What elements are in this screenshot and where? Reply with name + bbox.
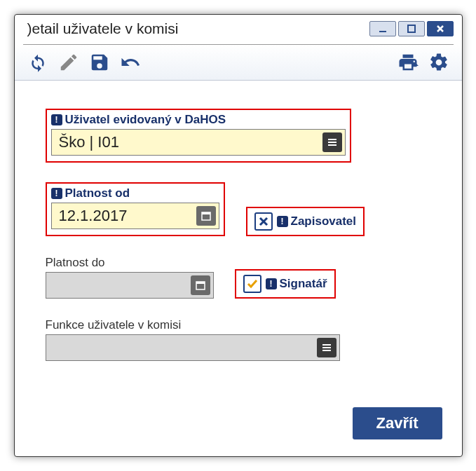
user-lookup-button[interactable] — [322, 132, 342, 152]
user-field — [51, 129, 346, 156]
valid-to-calendar-button[interactable] — [191, 275, 210, 295]
required-badge-icon: ! — [277, 216, 288, 227]
valid-to-row: Platnost do ! — [46, 256, 431, 299]
signatory-checkbox-wrap: ! Signatář — [243, 275, 327, 293]
calendar-icon — [195, 280, 206, 291]
svg-rect-11 — [322, 350, 331, 351]
highlight-user: ! Uživatel evidovaný v DaHOS — [46, 109, 351, 163]
valid-to-label: Platnost do — [46, 256, 214, 270]
window-controls — [369, 21, 454, 36]
user-group: ! Uživatel evidovaný v DaHOS — [46, 109, 431, 163]
svg-rect-1 — [408, 25, 415, 32]
dialog-window: )etail uživatele v komisi — [14, 14, 463, 457]
valid-to-label-text: Platnost do — [46, 256, 105, 270]
valid-to-input[interactable] — [46, 272, 214, 299]
function-field — [46, 334, 340, 361]
valid-from-input[interactable] — [51, 203, 219, 229]
function-input[interactable] — [46, 334, 340, 361]
valid-from-field — [51, 203, 219, 229]
maximize-icon — [406, 23, 417, 34]
toolbar-right — [397, 52, 449, 73]
print-icon[interactable] — [397, 52, 419, 73]
close-icon — [435, 23, 446, 34]
undo-icon[interactable] — [120, 52, 141, 73]
maximize-button[interactable] — [398, 21, 425, 36]
refresh-icon[interactable] — [27, 52, 48, 73]
recorder-checkbox-wrap: ! Zapisovatel — [254, 212, 357, 231]
x-icon — [257, 215, 270, 228]
window-close-button[interactable] — [427, 21, 454, 36]
svg-rect-0 — [379, 31, 386, 32]
minimize-icon — [377, 23, 388, 34]
form-content: ! Uživatel evidovaný v DaHOS ! Platnost … — [15, 81, 462, 361]
titlebar: )etail uživatele v komisi — [15, 15, 462, 40]
valid-to-group: Platnost do — [46, 256, 214, 299]
highlight-signatory: ! Signatář — [235, 269, 336, 299]
svg-rect-10 — [322, 347, 331, 348]
required-badge-icon: ! — [51, 114, 62, 125]
recorder-checkbox[interactable] — [254, 212, 273, 231]
svg-rect-6 — [202, 212, 210, 214]
svg-rect-9 — [322, 344, 331, 346]
user-label: ! Uživatel evidovaný v DaHOS — [51, 113, 346, 127]
required-badge-icon: ! — [266, 278, 277, 289]
signatory-label-text: Signatář — [280, 277, 327, 291]
svg-rect-4 — [328, 144, 336, 146]
valid-from-label-text: Platnost od — [65, 186, 130, 200]
calendar-icon — [200, 210, 212, 221]
highlight-recorder: ! Zapisovatel — [246, 207, 365, 236]
recorder-label: ! Zapisovatel — [277, 214, 357, 228]
list-icon — [321, 342, 332, 353]
function-label: Funkce uživatele v komisi — [46, 318, 431, 332]
valid-from-row: ! Platnost od — [46, 182, 431, 236]
valid-from-label: ! Platnost od — [51, 186, 219, 200]
save-icon[interactable] — [89, 52, 110, 73]
function-lookup-button[interactable] — [317, 338, 336, 357]
valid-to-field — [46, 272, 214, 299]
list-icon — [327, 137, 338, 148]
svg-rect-3 — [328, 142, 336, 143]
settings-icon[interactable] — [428, 52, 449, 73]
function-group: Funkce uživatele v komisi — [46, 318, 431, 361]
signatory-label: ! Signatář — [266, 277, 327, 291]
window-title: )etail uživatele v komisi — [27, 20, 179, 37]
function-label-text: Funkce uživatele v komisi — [46, 318, 182, 332]
required-badge-icon: ! — [51, 188, 62, 199]
footer: Zavřít — [353, 407, 442, 439]
valid-from-calendar-button[interactable] — [196, 206, 216, 226]
user-label-text: Uživatel evidovaný v DaHOS — [65, 113, 226, 127]
minimize-button[interactable] — [369, 21, 396, 36]
highlight-valid-from: ! Platnost od — [46, 182, 225, 236]
user-input[interactable] — [51, 129, 346, 156]
toolbar — [15, 45, 462, 81]
close-button[interactable]: Zavřít — [353, 407, 442, 439]
signatory-checkbox[interactable] — [243, 275, 261, 293]
svg-rect-2 — [328, 139, 336, 140]
check-icon — [246, 278, 259, 290]
edit-icon[interactable] — [58, 52, 79, 73]
svg-rect-8 — [196, 282, 205, 284]
recorder-label-text: Zapisovatel — [291, 214, 357, 228]
toolbar-left — [27, 52, 141, 73]
